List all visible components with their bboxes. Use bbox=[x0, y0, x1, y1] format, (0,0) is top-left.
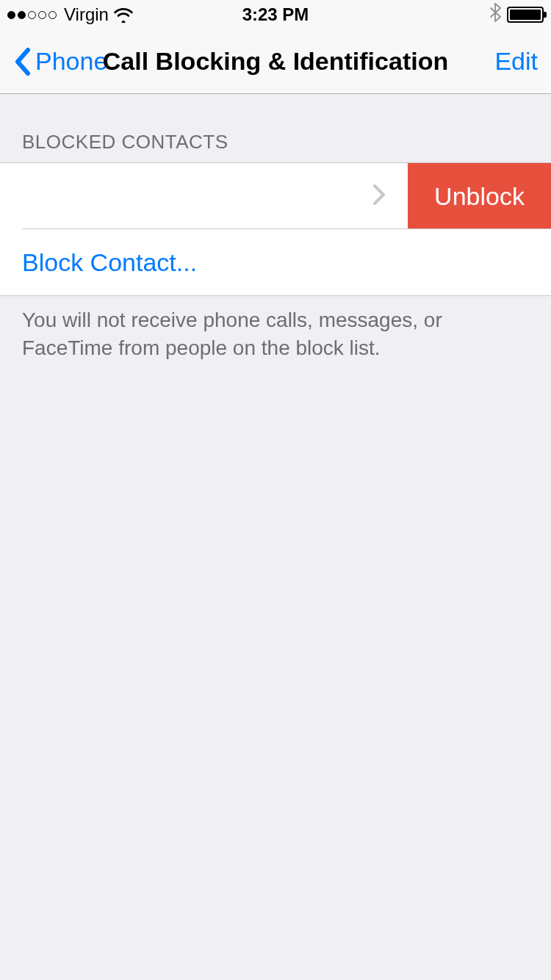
blocked-contacts-list: y (home) Unblock Block Contact... bbox=[0, 162, 551, 296]
wifi-icon bbox=[113, 7, 134, 23]
section-footer: You will not receive phone calls, messag… bbox=[0, 296, 551, 362]
battery-icon bbox=[507, 7, 544, 23]
page-title: Call Blocking & Identification bbox=[103, 47, 448, 76]
unblock-label: Unblock bbox=[434, 182, 525, 211]
signal-strength-icon bbox=[7, 11, 57, 19]
chevron-left-icon bbox=[13, 47, 31, 76]
chevron-right-icon bbox=[372, 184, 386, 209]
block-contact-label: Block Contact... bbox=[22, 248, 197, 277]
status-right bbox=[489, 3, 544, 26]
blocked-contact-row[interactable]: y (home) Unblock bbox=[0, 163, 551, 229]
status-left: Virgin bbox=[7, 4, 134, 25]
status-bar: Virgin 3:23 PM bbox=[0, 0, 551, 29]
section-header-blocked: Blocked Contacts bbox=[0, 94, 551, 162]
nav-bar: Phone Call Blocking & Identification Edi… bbox=[0, 29, 551, 94]
block-contact-button[interactable]: Block Contact... bbox=[0, 229, 551, 295]
back-button[interactable]: Phone bbox=[13, 47, 107, 76]
unblock-button[interactable]: Unblock bbox=[408, 163, 551, 229]
carrier-label: Virgin bbox=[64, 4, 109, 25]
back-label: Phone bbox=[35, 47, 107, 76]
edit-button[interactable]: Edit bbox=[494, 47, 538, 76]
status-time: 3:23 PM bbox=[242, 4, 309, 25]
bluetooth-icon bbox=[489, 3, 501, 26]
